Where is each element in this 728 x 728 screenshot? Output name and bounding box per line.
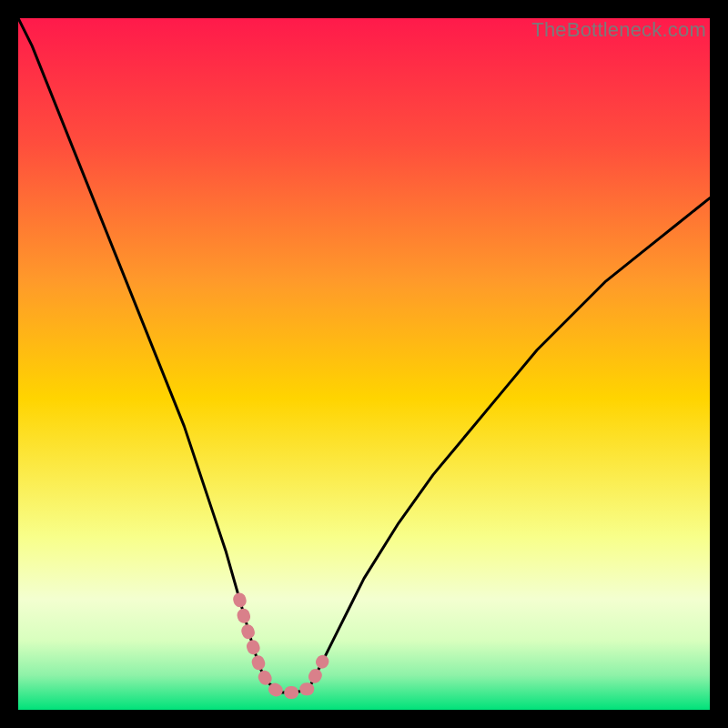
watermark-text: TheBottleneck.com [531,18,706,42]
chart-svg [18,18,710,710]
chart-frame: TheBottleneck.com [18,18,710,710]
gradient-background [18,18,710,710]
